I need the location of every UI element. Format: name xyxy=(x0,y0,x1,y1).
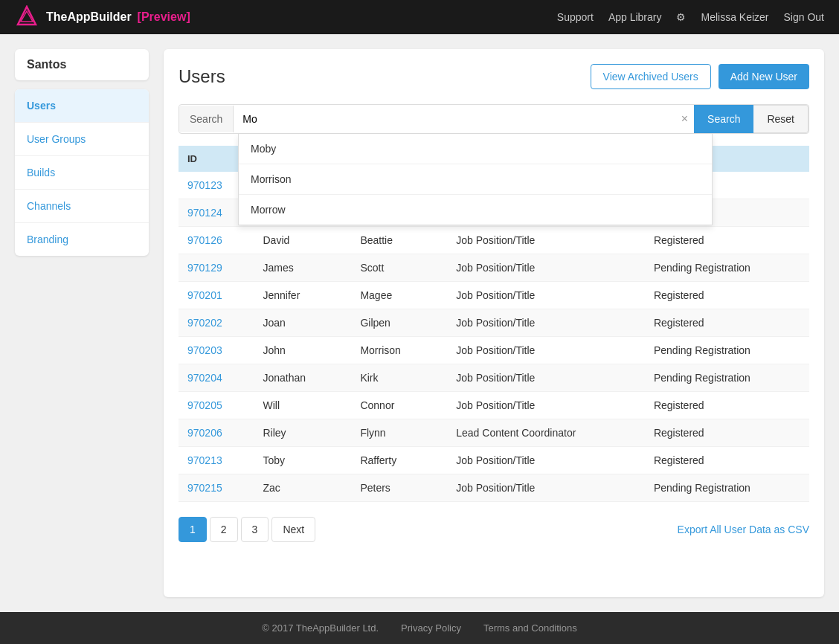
table-row: 970201 Jennifer Magee Job Position/Title… xyxy=(179,282,809,309)
cell-last-name: Peters xyxy=(351,474,447,502)
sidebar-item-channels[interactable]: Channels xyxy=(15,190,149,223)
user-id-link[interactable]: 970215 xyxy=(187,482,222,494)
cell-status: Pending Registration xyxy=(645,474,809,502)
cell-first-name: John xyxy=(254,337,352,364)
user-id-link[interactable]: 970205 xyxy=(187,399,222,411)
cell-id: 970126 xyxy=(179,227,254,254)
cell-status: Pending Registration xyxy=(645,254,809,282)
page-1-button[interactable]: 1 xyxy=(179,517,207,542)
user-id-link[interactable]: 970129 xyxy=(187,262,222,274)
cell-position: Lead Content Coordinator xyxy=(447,419,645,447)
cell-status: Registered xyxy=(645,309,809,337)
cell-position: Job Position/Title xyxy=(447,254,645,282)
table-row: 970129 James Scott Job Position/Title Pe… xyxy=(179,254,809,282)
sidebar-item-builds[interactable]: Builds xyxy=(15,156,149,190)
search-button[interactable]: Search xyxy=(694,105,753,133)
export-csv-link[interactable]: Export All User Data as CSV xyxy=(678,524,809,535)
cell-position: Job Position/Title xyxy=(447,364,645,392)
cell-id: 970203 xyxy=(179,337,254,364)
cell-first-name: Riley xyxy=(254,419,352,447)
cell-last-name: Beattie xyxy=(351,227,447,254)
cell-position: Job Position/Title xyxy=(447,474,645,502)
cell-status: Pending Registration xyxy=(645,364,809,392)
cell-status: Registered xyxy=(645,227,809,254)
cell-status: Registered xyxy=(645,447,809,474)
pagination: 1 2 3 Next xyxy=(179,517,315,542)
cell-first-name: David xyxy=(254,227,352,254)
sidebar-nav: Users User Groups Builds Channels Brandi… xyxy=(15,89,149,256)
add-new-user-button[interactable]: Add New User xyxy=(719,64,809,89)
logo-icon xyxy=(15,5,39,29)
cell-id: 970129 xyxy=(179,254,254,282)
cell-status: Pending Registration xyxy=(645,337,809,364)
user-id-link[interactable]: 970204 xyxy=(187,372,222,384)
cell-status: Registered xyxy=(645,282,809,309)
cell-last-name: Rafferty xyxy=(351,447,447,474)
search-buttons: Search Reset xyxy=(694,105,809,133)
user-profile-link[interactable]: Melissa Keizer xyxy=(701,11,768,23)
sidebar: Santos Users User Groups Builds Channels… xyxy=(15,49,149,597)
user-id-link[interactable]: 970213 xyxy=(187,454,222,466)
cell-first-name: James xyxy=(254,254,352,282)
user-id-link[interactable]: 970206 xyxy=(187,427,222,439)
top-navigation: TheAppBuilder [Preview] Support App Libr… xyxy=(0,0,839,34)
sidebar-brand: Santos xyxy=(15,49,149,80)
autocomplete-dropdown: Moby Morrison Morrow xyxy=(238,134,713,225)
reset-button[interactable]: Reset xyxy=(753,105,809,133)
cell-last-name: Gilpen xyxy=(351,309,447,337)
cell-id: 970201 xyxy=(179,282,254,309)
page-header: Users View Archived Users Add New User xyxy=(179,64,809,89)
cell-first-name: Will xyxy=(254,392,352,419)
cell-id: 970215 xyxy=(179,474,254,502)
user-id-link[interactable]: 970202 xyxy=(187,317,222,329)
user-id-link[interactable]: 970124 xyxy=(187,207,222,219)
autocomplete-item[interactable]: Morrow xyxy=(239,195,712,225)
search-clear-icon[interactable]: × xyxy=(681,113,688,125)
logo-area: TheAppBuilder [Preview] xyxy=(15,5,190,29)
signout-link[interactable]: Sign Out xyxy=(784,11,824,23)
settings-icon[interactable]: ⚙ xyxy=(676,11,686,23)
user-id-link[interactable]: 970203 xyxy=(187,344,222,356)
cell-position: Job Position/Title xyxy=(447,392,645,419)
header-actions: View Archived Users Add New User xyxy=(591,64,809,89)
page-3-button[interactable]: 3 xyxy=(241,517,269,542)
cell-status: Registered xyxy=(645,392,809,419)
search-input[interactable] xyxy=(234,106,694,132)
cell-id: 970202 xyxy=(179,309,254,337)
user-id-link[interactable]: 970126 xyxy=(187,234,222,246)
cell-first-name: Toby xyxy=(254,447,352,474)
view-archived-button[interactable]: View Archived Users xyxy=(591,64,711,89)
cell-last-name: Magee xyxy=(351,282,447,309)
sidebar-item-users[interactable]: Users xyxy=(15,89,149,123)
cell-position: Job Position/Title xyxy=(447,447,645,474)
table-row: 970206 Riley Flynn Lead Content Coordina… xyxy=(179,419,809,447)
sidebar-item-branding[interactable]: Branding xyxy=(15,223,149,256)
topnav-actions: Support App Library ⚙ Melissa Keizer Sig… xyxy=(557,11,824,23)
cell-id: 970206 xyxy=(179,419,254,447)
user-id-link[interactable]: 970201 xyxy=(187,289,222,301)
content-panel: Users View Archived Users Add New User S… xyxy=(164,49,824,597)
cell-last-name: Kirk xyxy=(351,364,447,392)
search-row: Search × Search Reset xyxy=(179,104,809,134)
cell-last-name: Connor xyxy=(351,392,447,419)
next-page-button[interactable]: Next xyxy=(271,517,315,542)
cell-first-name: Jennifer xyxy=(254,282,352,309)
cell-last-name: Morrison xyxy=(351,337,447,364)
terms-conditions-link[interactable]: Terms and Conditions xyxy=(483,622,577,634)
support-link[interactable]: Support xyxy=(557,11,594,23)
autocomplete-item[interactable]: Moby xyxy=(239,134,712,164)
cell-position: Job Position/Title xyxy=(447,337,645,364)
page-2-button[interactable]: 2 xyxy=(210,517,238,542)
autocomplete-item[interactable]: Morrison xyxy=(239,164,712,195)
table-row: 970215 Zac Peters Job Position/Title Pen… xyxy=(179,474,809,502)
sidebar-item-user-groups[interactable]: User Groups xyxy=(15,123,149,156)
logo-text: TheAppBuilder [Preview] xyxy=(46,10,190,24)
search-container: Search × Search Reset Moby Morrison Morr… xyxy=(179,104,809,134)
page-title: Users xyxy=(179,66,225,87)
table-row: 970203 John Morrison Job Position/Title … xyxy=(179,337,809,364)
user-id-link[interactable]: 970123 xyxy=(187,179,222,191)
table-row: 970205 Will Connor Job Position/Title Re… xyxy=(179,392,809,419)
app-library-link[interactable]: App Library xyxy=(608,11,662,23)
privacy-policy-link[interactable]: Privacy Policy xyxy=(401,622,461,634)
search-label: Search xyxy=(179,106,234,132)
